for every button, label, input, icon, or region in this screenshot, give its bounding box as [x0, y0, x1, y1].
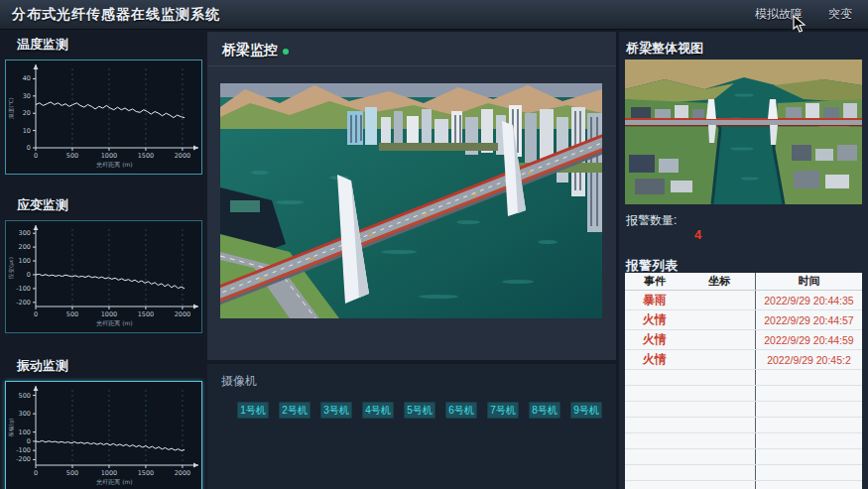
app-root: 分布式光纤传感器在线监测系统 模拟故障 突变 温度监测 403020100050…	[0, 0, 868, 489]
camera-buttons: 1号机2号机3号机4号机5号机6号机7号机8号机9号机	[237, 402, 616, 419]
bridge-monitor-panel: 桥梁监控	[207, 32, 616, 360]
svg-text:光纤距离 (m): 光纤距离 (m)	[95, 478, 132, 486]
svg-text:1000: 1000	[101, 469, 118, 477]
bridge-monitor-title: 桥梁监控	[222, 42, 278, 60]
alarm-coord	[684, 291, 756, 310]
camera-button-8[interactable]: 8号机	[529, 402, 560, 419]
svg-text:-100: -100	[16, 285, 31, 293]
vibration-panel-title: 振动监测	[17, 357, 202, 375]
title-bar: 分布式光纤传感器在线监测系统 模拟故障 突变	[0, 0, 868, 30]
alarm-coord	[684, 350, 756, 370]
alarm-row-empty	[625, 370, 862, 386]
svg-text:0: 0	[27, 144, 31, 152]
alarm-time: 2022/9/29 20:44:59	[755, 330, 862, 350]
svg-text:0: 0	[27, 437, 31, 445]
svg-text:1000: 1000	[101, 310, 118, 318]
alarm-time: 2022/9/29 20:44:35	[755, 291, 862, 310]
alarm-event: 暴雨	[625, 291, 684, 310]
header-buttons: 模拟故障 突变	[755, 6, 868, 23]
overview-title: 桥梁整体视图	[626, 40, 868, 58]
svg-text:0: 0	[27, 271, 31, 279]
alarm-row-empty	[625, 402, 862, 418]
strain-panel-title: 应变监测	[17, 196, 202, 214]
camera-button-7[interactable]: 7号机	[487, 402, 519, 419]
camera-strip: 摄像机 1号机2号机3号机4号机5号机6号机7号机8号机9号机	[207, 364, 616, 489]
svg-text:2000: 2000	[175, 310, 191, 318]
svg-text:10: 10	[23, 127, 31, 135]
alarm-row: 火情2022/9/29 20:45:2	[625, 350, 862, 370]
svg-text:500: 500	[19, 392, 31, 400]
svg-text:40: 40	[23, 74, 31, 82]
svg-text:500: 500	[66, 469, 78, 477]
col-event: 事件	[625, 273, 684, 291]
alarm-row-empty	[625, 386, 862, 402]
temperature-panel: 温度监测 4030201000500100015002000光纤距离 (m)温度…	[5, 36, 202, 175]
alarm-row-empty	[625, 433, 862, 449]
app-title: 分布式光纤传感器在线监测系统	[0, 6, 220, 24]
svg-text:1500: 1500	[138, 152, 155, 160]
svg-text:20: 20	[23, 109, 31, 117]
svg-text:1500: 1500	[138, 469, 155, 477]
bridge-3d-viewport[interactable]	[220, 83, 602, 318]
alarm-coord	[684, 330, 756, 350]
alarm-event: 火情	[625, 310, 684, 330]
alarm-coord	[684, 310, 756, 330]
col-time: 时间	[755, 273, 862, 291]
svg-text:应变(με): 应变(με)	[8, 257, 15, 279]
simulate-fault-button[interactable]: 模拟故障	[755, 6, 803, 23]
svg-text:100: 100	[19, 257, 31, 265]
alarm-time: 2022/9/29 20:44:57	[755, 310, 862, 330]
svg-text:-100: -100	[16, 446, 31, 454]
strain-panel: 应变监测 3002001000-100-2000500100015002000光…	[5, 196, 202, 333]
alarm-count-label: 报警数量:	[626, 212, 677, 229]
alarm-row-empty	[625, 418, 862, 433]
svg-text:1500: 1500	[138, 310, 155, 318]
svg-text:500: 500	[66, 152, 78, 160]
camera-button-6[interactable]: 6号机	[445, 402, 477, 419]
svg-text:-200: -200	[16, 299, 31, 306]
camera-button-5[interactable]: 5号机	[404, 402, 435, 419]
svg-text:温度(℃): 温度(℃)	[8, 97, 15, 118]
bridge-overview-scene	[625, 60, 862, 204]
overview-panel: 桥梁整体视图	[619, 32, 868, 489]
bridge-overview-viewport[interactable]	[625, 60, 862, 204]
camera-button-3[interactable]: 3号机	[320, 402, 352, 419]
col-coord: 坐标	[684, 273, 756, 291]
camera-button-2[interactable]: 2号机	[279, 402, 310, 419]
svg-text:2000: 2000	[175, 469, 191, 477]
svg-text:2000: 2000	[175, 152, 191, 160]
svg-text:光纤距离 (m): 光纤距离 (m)	[95, 319, 132, 327]
temperature-chart: 4030201000500100015002000光纤距离 (m)温度(℃)	[5, 60, 202, 175]
svg-text:0: 0	[34, 469, 38, 477]
alarm-table: 事件 坐标 时间 暴雨2022/9/29 20:44:35火情2022/9/29…	[625, 273, 862, 489]
alarm-table-header: 事件 坐标 时间	[625, 273, 862, 291]
svg-text:1000: 1000	[101, 152, 118, 160]
camera-label: 摄像机	[221, 373, 616, 390]
alarm-count-value: 4	[694, 227, 701, 242]
alarm-row: 火情2022/9/29 20:44:57	[625, 310, 862, 330]
svg-text:30: 30	[23, 92, 31, 100]
svg-text:0: 0	[34, 310, 38, 318]
alarm-event: 火情	[625, 350, 684, 370]
alarm-row: 火情2022/9/29 20:44:59	[625, 330, 862, 350]
vibration-panel: 振动监测 5003001000-100-2000500100015002000光…	[5, 357, 202, 489]
alarm-event: 火情	[625, 330, 684, 350]
svg-text:振幅(g): 振幅(g)	[8, 419, 15, 437]
svg-text:300: 300	[19, 410, 31, 418]
svg-text:200: 200	[19, 243, 31, 251]
svg-text:100: 100	[19, 428, 31, 436]
camera-button-9[interactable]: 9号机	[570, 402, 602, 419]
sudden-change-button[interactable]: 突变	[828, 6, 852, 23]
camera-button-4[interactable]: 4号机	[362, 402, 394, 419]
svg-text:光纤距离 (m): 光纤距离 (m)	[95, 161, 132, 169]
alarm-row-empty	[625, 449, 862, 465]
camera-button-1[interactable]: 1号机	[237, 402, 269, 419]
svg-text:500: 500	[66, 310, 78, 318]
alarm-row: 暴雨2022/9/29 20:44:35	[625, 291, 862, 310]
alarm-row-empty	[625, 465, 862, 481]
svg-text:300: 300	[19, 229, 31, 237]
status-dot	[283, 49, 289, 55]
bridge-3d-scene	[220, 83, 602, 318]
strain-chart: 3002001000-100-2000500100015002000光纤距离 (…	[5, 220, 202, 333]
alarm-time: 2022/9/29 20:45:2	[755, 350, 862, 370]
